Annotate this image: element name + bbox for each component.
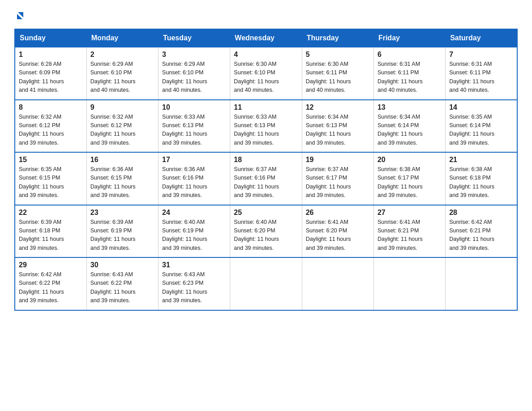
table-row: 28 Sunrise: 6:42 AMSunset: 6:21 PMDaylig… [446,205,517,258]
day-number: 21 [449,156,513,164]
day-number: 13 [378,103,442,111]
day-info: Sunrise: 6:34 AMSunset: 6:14 PMDaylight:… [378,114,423,146]
table-row: 12 Sunrise: 6:34 AMSunset: 6:13 PMDaylig… [302,100,373,153]
table-row: 18 Sunrise: 6:37 AMSunset: 6:16 PMDaylig… [230,152,302,205]
col-sunday: Sunday [15,29,86,47]
day-number: 4 [234,51,298,59]
table-row: 10 Sunrise: 6:33 AMSunset: 6:13 PMDaylig… [159,100,230,153]
table-row: 11 Sunrise: 6:33 AMSunset: 6:13 PMDaylig… [230,100,302,153]
table-row: 13 Sunrise: 6:34 AMSunset: 6:14 PMDaylig… [373,100,445,153]
calendar-week-row: 29 Sunrise: 6:42 AMSunset: 6:22 PMDaylig… [15,257,517,310]
calendar-week-row: 1 Sunrise: 6:28 AMSunset: 6:09 PMDayligh… [15,47,517,100]
day-info: Sunrise: 6:34 AMSunset: 6:13 PMDaylight:… [306,114,351,146]
day-info: Sunrise: 6:40 AMSunset: 6:19 PMDaylight:… [162,219,207,251]
calendar-week-row: 15 Sunrise: 6:35 AMSunset: 6:15 PMDaylig… [15,152,517,205]
day-number: 15 [19,156,83,164]
day-number: 12 [306,103,370,111]
day-number: 20 [378,156,442,164]
day-info: Sunrise: 6:41 AMSunset: 6:21 PMDaylight:… [378,219,423,251]
table-row: 14 Sunrise: 6:35 AMSunset: 6:14 PMDaylig… [446,100,517,153]
table-row [446,257,517,310]
day-number: 17 [162,156,226,164]
day-info: Sunrise: 6:42 AMSunset: 6:21 PMDaylight:… [449,219,494,251]
table-row: 9 Sunrise: 6:32 AMSunset: 6:12 PMDayligh… [86,100,158,153]
day-info: Sunrise: 6:39 AMSunset: 6:18 PMDaylight:… [19,219,64,251]
day-info: Sunrise: 6:29 AMSunset: 6:10 PMDaylight:… [162,61,207,93]
day-number: 6 [378,51,442,59]
logo-triangle-icon [15,11,25,21]
day-number: 30 [90,261,154,269]
day-info: Sunrise: 6:43 AMSunset: 6:22 PMDaylight:… [90,271,136,304]
col-wednesday: Wednesday [230,29,302,47]
table-row: 26 Sunrise: 6:41 AMSunset: 6:20 PMDaylig… [302,205,373,258]
day-number: 28 [449,209,513,217]
table-row: 16 Sunrise: 6:36 AMSunset: 6:15 PMDaylig… [86,152,158,205]
day-info: Sunrise: 6:42 AMSunset: 6:22 PMDaylight:… [19,271,64,304]
calendar-week-row: 22 Sunrise: 6:39 AMSunset: 6:18 PMDaylig… [15,205,517,258]
calendar-week-row: 8 Sunrise: 6:32 AMSunset: 6:12 PMDayligh… [15,100,517,153]
day-number: 2 [90,51,154,59]
table-row: 8 Sunrise: 6:32 AMSunset: 6:12 PMDayligh… [15,100,86,153]
day-number: 31 [162,261,226,269]
table-row: 30 Sunrise: 6:43 AMSunset: 6:22 PMDaylig… [86,257,158,310]
logo [14,11,25,21]
day-number: 27 [378,209,442,217]
table-row: 2 Sunrise: 6:29 AMSunset: 6:10 PMDayligh… [86,47,158,100]
table-row: 22 Sunrise: 6:39 AMSunset: 6:18 PMDaylig… [15,205,86,258]
table-row: 27 Sunrise: 6:41 AMSunset: 6:21 PMDaylig… [373,205,445,258]
table-row: 23 Sunrise: 6:39 AMSunset: 6:19 PMDaylig… [86,205,158,258]
day-number: 29 [19,261,83,269]
col-saturday: Saturday [446,29,517,47]
table-row [302,257,373,310]
day-info: Sunrise: 6:30 AMSunset: 6:10 PMDaylight:… [234,61,279,93]
day-info: Sunrise: 6:32 AMSunset: 6:12 PMDaylight:… [90,114,136,146]
table-row: 7 Sunrise: 6:31 AMSunset: 6:11 PMDayligh… [446,47,517,100]
day-number: 10 [162,103,226,111]
day-info: Sunrise: 6:35 AMSunset: 6:14 PMDaylight:… [449,114,494,146]
table-row: 15 Sunrise: 6:35 AMSunset: 6:15 PMDaylig… [15,152,86,205]
day-number: 3 [162,51,226,59]
day-info: Sunrise: 6:35 AMSunset: 6:15 PMDaylight:… [19,166,64,198]
col-friday: Friday [373,29,445,47]
day-info: Sunrise: 6:31 AMSunset: 6:11 PMDaylight:… [449,61,494,93]
col-tuesday: Tuesday [159,29,230,47]
day-number: 9 [90,103,154,111]
day-number: 11 [234,103,298,111]
day-info: Sunrise: 6:33 AMSunset: 6:13 PMDaylight:… [234,114,279,146]
day-number: 26 [306,209,370,217]
day-number: 7 [449,51,513,59]
table-row: 20 Sunrise: 6:38 AMSunset: 6:17 PMDaylig… [373,152,445,205]
table-row: 21 Sunrise: 6:38 AMSunset: 6:18 PMDaylig… [446,152,517,205]
day-info: Sunrise: 6:37 AMSunset: 6:17 PMDaylight:… [306,166,351,198]
day-number: 18 [234,156,298,164]
day-info: Sunrise: 6:36 AMSunset: 6:16 PMDaylight:… [162,166,207,198]
day-number: 22 [19,209,83,217]
day-info: Sunrise: 6:30 AMSunset: 6:11 PMDaylight:… [306,61,351,93]
day-info: Sunrise: 6:32 AMSunset: 6:12 PMDaylight:… [19,114,64,146]
table-row: 3 Sunrise: 6:29 AMSunset: 6:10 PMDayligh… [159,47,230,100]
day-number: 5 [306,51,370,59]
day-info: Sunrise: 6:33 AMSunset: 6:13 PMDaylight:… [162,114,207,146]
table-row: 5 Sunrise: 6:30 AMSunset: 6:11 PMDayligh… [302,47,373,100]
table-row: 4 Sunrise: 6:30 AMSunset: 6:10 PMDayligh… [230,47,302,100]
calendar-body: 1 Sunrise: 6:28 AMSunset: 6:09 PMDayligh… [15,47,517,310]
day-number: 25 [234,209,298,217]
table-row: 29 Sunrise: 6:42 AMSunset: 6:22 PMDaylig… [15,257,86,310]
col-thursday: Thursday [302,29,373,47]
table-row: 6 Sunrise: 6:31 AMSunset: 6:11 PMDayligh… [373,47,445,100]
day-number: 19 [306,156,370,164]
day-number: 8 [19,103,83,111]
table-row [373,257,445,310]
page-header [14,11,518,21]
day-number: 23 [90,209,154,217]
table-row: 31 Sunrise: 6:43 AMSunset: 6:23 PMDaylig… [159,257,230,310]
day-info: Sunrise: 6:29 AMSunset: 6:10 PMDaylight:… [90,61,136,93]
table-row: 19 Sunrise: 6:37 AMSunset: 6:17 PMDaylig… [302,152,373,205]
col-monday: Monday [86,29,158,47]
day-number: 24 [162,209,226,217]
table-row: 24 Sunrise: 6:40 AMSunset: 6:19 PMDaylig… [159,205,230,258]
table-row [230,257,302,310]
day-info: Sunrise: 6:38 AMSunset: 6:18 PMDaylight:… [449,166,494,198]
day-number: 1 [19,51,83,59]
calendar-header: Sunday Monday Tuesday Wednesday Thursday… [15,29,517,47]
